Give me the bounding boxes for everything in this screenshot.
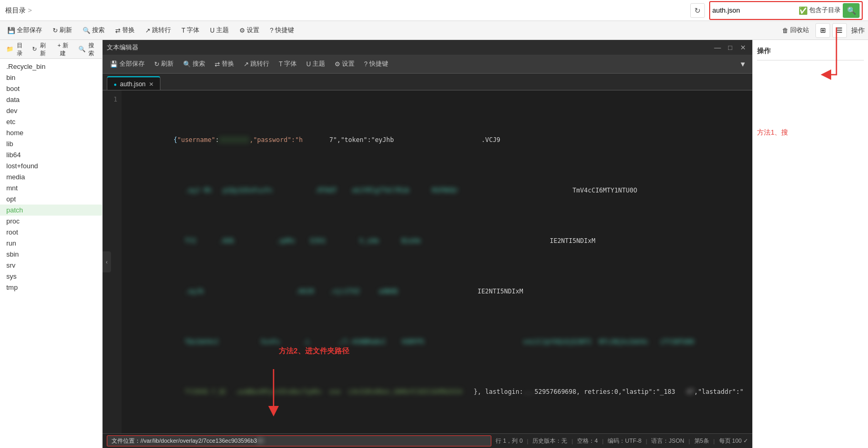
method2-annotation: 方法2、进文件夹路径 [279,347,349,356]
shortcut-button[interactable]: ? 快捷键 [266,24,298,36]
ed-search-icon: 🔍 [183,60,191,68]
search-icon: 🔍 [847,6,856,15]
editor-toolbar-more-button[interactable]: ▾ [736,58,749,70]
ed-shortcut-icon: ? [364,60,368,68]
search-icon2: 🔍 [83,27,90,34]
include-subdirectory-option[interactable]: ✅ 包含子目录 [799,6,841,15]
shortcut-label: 快捷键 [275,26,294,35]
sidebar-search-icon: 🔍 [78,46,86,53]
jump-button[interactable]: ↗ 跳转行 [141,24,175,36]
dir-icon: 📁 [6,46,14,53]
history-status: 历史版本：无 [532,437,567,445]
tab-name: auth.json [120,80,146,88]
ed-replace-icon: ⇄ [215,60,220,68]
language-status: 语言：JSON [651,437,684,445]
sidebar-item-proc[interactable]: proc [0,216,102,227]
code-line-1: {"username": ,"password":"h 7","token":"… [128,125,746,156]
sidebar-item-tmp[interactable]: tmp [0,282,102,293]
ed-refresh-label: 刷新 [161,59,174,68]
sidebar-item-home[interactable]: home [0,127,102,138]
replace-icon: ⇄ [115,27,120,34]
breadcrumb-sep: > [28,6,32,14]
sidebar-item-sys[interactable]: sys [0,271,102,282]
code-line-3: TY2 .0dk .q4Rv E3hS h_oXm BieXm IE2NTI5N… [128,226,746,256]
include-sub-label: 包含子目录 [809,6,841,15]
theme-button[interactable]: U 主题 [206,24,233,36]
replace-button[interactable]: ⇄ 替换 [111,24,139,36]
ed-jump-button[interactable]: ↗ 跳转行 [239,58,274,70]
jump-icon: ↗ [145,27,150,34]
sidebar-item-mnt[interactable]: mnt [0,182,102,194]
sidebar-new-button[interactable]: + 新建 [53,40,73,58]
top-red-arrow [794,22,847,90]
file-list: .Recycle_binbinbootdatadevetchomeliblib6… [0,59,102,448]
sidebar-item-data[interactable]: data [0,94,102,105]
ed-refresh-button[interactable]: ↻ 刷新 [150,58,178,70]
sidebar-item-boot[interactable]: boot [0,83,102,94]
search-button[interactable]: 🔍 [843,3,860,18]
breadcrumb-refresh-button[interactable]: ↻ [690,3,705,18]
page-info: 第5条 [694,437,709,445]
sidebar-item-srv[interactable]: srv [0,260,102,271]
code-line-2: .eyJ Rh p1Qy1USnFucFn .RTHdT ekJYRlg7Tml… [128,176,746,206]
sidebar-item-run[interactable]: run [0,238,102,249]
editor-content[interactable]: ‹ 1 {"username": ,"password":"h 7","toke… [103,90,752,433]
settings-button[interactable]: ⚙ 设置 [235,24,264,36]
sidebar-search-button[interactable]: 🔍 搜索 [75,40,99,58]
sidebar-dir-button[interactable]: 📁 目录 [3,40,27,58]
ed-replace-button[interactable]: ⇄ 替换 [210,58,238,70]
ed-shortcut-button[interactable]: ? 快捷键 [360,58,392,70]
refresh-button[interactable]: ↻ 刷新 [48,24,76,36]
top-nav-bar: 根目录 > ↻ ✅ 包含子目录 🔍 [0,0,868,21]
save-all-button[interactable]: 💾 全部保存 [3,24,46,36]
file-location-text: 文件位置：//var/lib/docker/overlay2/7cce136ec… [112,437,257,444]
ed-theme-button[interactable]: U 主题 [302,58,329,70]
sidebar-item-etc[interactable]: etc [0,116,102,127]
bottom-red-arrow [258,369,289,422]
sidebar-item-opt[interactable]: opt [0,194,102,205]
close-button[interactable]: ✕ [738,42,748,53]
action-label: 操作 [851,26,865,35]
ed-jump-icon: ↗ [244,60,249,68]
sidebar-search-label: 搜索 [87,42,96,57]
tab-close-icon[interactable]: ✕ [149,81,154,88]
editor-section: 文本编辑器 — □ ✕ 💾 全部保存 ↻ 刷新 🔍 搜索 ⇄ [103,40,752,448]
sidebar-item-lost-found[interactable]: lost+found [0,160,102,171]
ed-settings-button[interactable]: ⚙ 设置 [330,58,359,70]
code-editor[interactable]: {"username": ,"password":"h 7","token":"… [122,90,752,433]
search-btn[interactable]: 🔍 搜索 [78,24,109,36]
sidebar-item-dev[interactable]: dev [0,105,102,116]
ed-save-button[interactable]: 💾 全部保存 [106,58,149,70]
tab-auth-json[interactable]: ● auth.json ✕ [107,76,160,90]
ed-shortcut-label: 快捷键 [369,59,388,68]
breadcrumb-root[interactable]: 根目录 [5,6,26,15]
maximize-button[interactable]: □ [725,42,735,53]
sidebar-item-media[interactable]: media [0,171,102,182]
ed-font-icon: T [279,60,282,68]
sidebar-refresh-button[interactable]: ↻ 刷新 [29,40,51,58]
ed-search-label: 搜索 [193,59,205,68]
sidebar-item-bin[interactable]: bin [0,72,102,83]
collapse-panel-handle[interactable]: ‹ [103,251,111,272]
jump-label: 跳转行 [152,26,171,35]
theme-icon: U [210,27,215,34]
sidebar-item-sbin[interactable]: sbin [0,249,102,260]
font-label: 字体 [187,26,199,35]
ed-font-button[interactable]: T 字体 [275,58,301,70]
sidebar-item--Recycle-bin[interactable]: .Recycle_bin [0,61,102,72]
sidebar-item-patch[interactable]: patch [0,205,102,216]
code-line-4: .eyJk .HU1R .njc1TXZ adWdQ IE2NTI5NDIxM [128,276,746,307]
ed-settings-icon: ⚙ [335,60,340,68]
sidebar-item-root[interactable]: root [0,227,102,238]
font-button[interactable]: T 字体 [177,24,204,36]
ed-font-label: 字体 [284,59,297,68]
save-icon: 💾 [7,27,15,34]
refresh-icon2: ↻ [53,27,58,34]
settings-label: 设置 [247,26,259,35]
minimize-button[interactable]: — [712,42,723,53]
shortcut-icon: ? [270,27,274,34]
ed-search-button[interactable]: 🔍 搜索 [179,58,209,70]
search-input[interactable] [712,6,796,14]
sidebar-item-lib64[interactable]: lib64 [0,149,102,160]
sidebar-item-lib[interactable]: lib [0,138,102,149]
